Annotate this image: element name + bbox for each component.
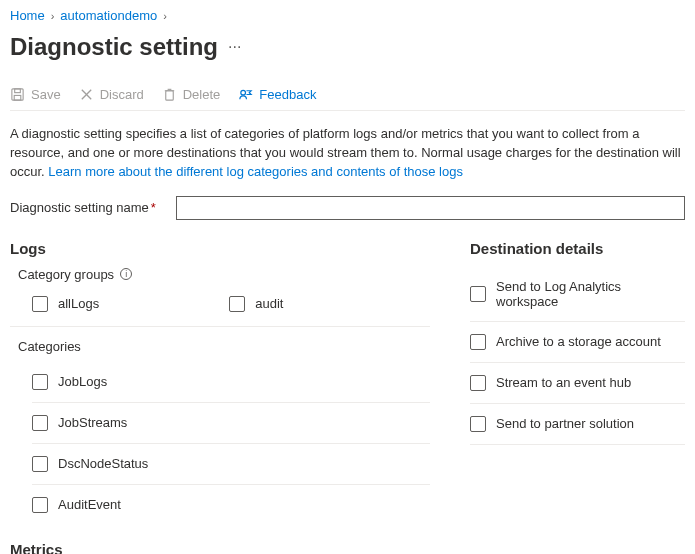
checkbox[interactable] — [470, 286, 486, 302]
feedback-button[interactable]: Feedback — [238, 87, 316, 102]
checkbox[interactable] — [470, 375, 486, 391]
category-groups-label: Category groups i — [18, 267, 430, 282]
category-jobstreams[interactable]: JobStreams — [32, 403, 430, 444]
diagnostic-setting-name-input[interactable] — [176, 196, 685, 220]
breadcrumb: Home › automationdemo › — [10, 8, 685, 23]
chevron-right-icon: › — [163, 10, 167, 22]
chevron-right-icon: › — [51, 10, 55, 22]
more-actions-button[interactable]: ··· — [228, 38, 241, 56]
breadcrumb-home[interactable]: Home — [10, 8, 45, 23]
delete-button[interactable]: Delete — [162, 87, 221, 102]
checkbox[interactable] — [32, 415, 48, 431]
svg-point-8 — [241, 90, 246, 95]
close-icon — [79, 87, 94, 102]
checkbox[interactable] — [32, 374, 48, 390]
destination-partner-solution[interactable]: Send to partner solution — [470, 404, 685, 445]
learn-more-link[interactable]: Learn more about the different log categ… — [48, 164, 463, 179]
svg-rect-0 — [12, 89, 23, 100]
svg-rect-5 — [165, 91, 173, 100]
info-icon[interactable]: i — [120, 268, 132, 280]
group-alllogs[interactable]: allLogs — [32, 296, 99, 312]
save-icon — [10, 87, 25, 102]
discard-button[interactable]: Discard — [79, 87, 144, 102]
checkbox[interactable] — [470, 334, 486, 350]
destination-log-analytics[interactable]: Send to Log Analytics workspace — [470, 267, 685, 322]
metrics-section-title: Metrics — [10, 541, 430, 554]
checkbox[interactable] — [32, 497, 48, 513]
destination-section-title: Destination details — [470, 240, 685, 257]
name-label: Diagnostic setting name* — [10, 200, 156, 215]
svg-rect-2 — [14, 95, 21, 100]
destination-event-hub[interactable]: Stream to an event hub — [470, 363, 685, 404]
category-auditevent[interactable]: AuditEvent — [32, 485, 430, 525]
description-text: A diagnostic setting specifies a list of… — [10, 125, 685, 182]
trash-icon — [162, 87, 177, 102]
checkbox[interactable] — [229, 296, 245, 312]
category-dscnodestatus[interactable]: DscNodeStatus — [32, 444, 430, 485]
destination-storage-account[interactable]: Archive to a storage account — [470, 322, 685, 363]
required-indicator: * — [151, 200, 156, 215]
page-title: Diagnostic setting — [10, 33, 218, 61]
svg-rect-1 — [15, 89, 21, 93]
categories-label: Categories — [18, 339, 430, 354]
breadcrumb-resource[interactable]: automationdemo — [60, 8, 157, 23]
checkbox[interactable] — [32, 456, 48, 472]
group-audit[interactable]: audit — [229, 296, 283, 312]
category-joblogs[interactable]: JobLogs — [32, 362, 430, 403]
checkbox[interactable] — [470, 416, 486, 432]
feedback-icon — [238, 87, 253, 102]
logs-section-title: Logs — [10, 240, 430, 257]
save-button[interactable]: Save — [10, 87, 61, 102]
checkbox[interactable] — [32, 296, 48, 312]
toolbar: Save Discard Delete Feedback — [10, 79, 685, 111]
